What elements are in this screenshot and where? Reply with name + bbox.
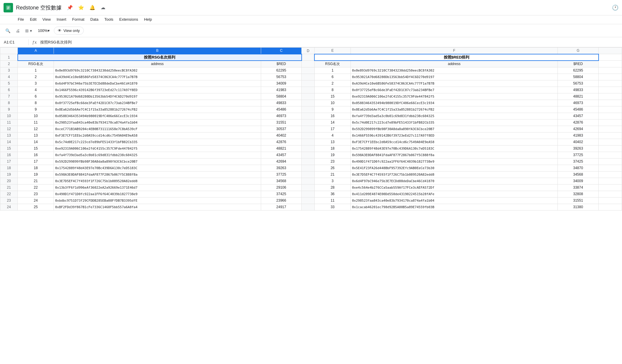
sub-header-cell: $RED (558, 61, 599, 67)
menu-extensions[interactable]: Extensions (117, 16, 141, 22)
sub-header-cell (599, 61, 622, 67)
left-red-cell: 39263 (261, 165, 302, 171)
right-address-cell: 0xfa4f739d3ad5a3c0b01c69d831fdbb238c6043… (351, 113, 557, 119)
menu-edit[interactable]: Edit (28, 16, 39, 22)
left-rank-cell: 19 (18, 171, 54, 178)
left-address-cell: 0xF3E7CFf1EEbc2d0A59ccd14cd6c7549A04E9eA… (54, 132, 261, 139)
left-red-cell: 45486 (261, 106, 302, 113)
left-address-cell: 0x05883464353494b980019DfC406e66CecE3c19… (54, 113, 261, 119)
right-rank-cell: 2 (314, 80, 351, 87)
right-rank-cell: 21 (314, 171, 351, 178)
right-red-cell: 34009 (558, 178, 599, 184)
left-rank-cell: 14 (18, 139, 54, 145)
right-rank-cell: 19 (314, 152, 351, 158)
left-rank-cell: 4 (18, 87, 54, 93)
left-rank-cell: 16 (18, 152, 54, 158)
left-address-cell: 0x3E7D5EF4C7f4593f1F726C75b1b089520A82ed… (54, 178, 261, 184)
left-rank-cell: 12 (18, 126, 54, 132)
table-row: 310x0e893d9769c3210C73843230dd250eecBC8f… (0, 67, 622, 74)
right-rank-cell: 4 (314, 132, 351, 139)
right-rank-cell: 10 (314, 100, 351, 106)
formula-divider (28, 39, 29, 45)
right-red-cell: 56753 (558, 80, 599, 87)
col-header-c[interactable]: C (261, 48, 302, 54)
col-header-e[interactable]: E (314, 48, 351, 54)
menu-help[interactable]: Help (142, 16, 154, 22)
left-rank-cell: 9 (18, 106, 54, 113)
table-row: 16160xfa4f739d3ad5a3c0b01c69d831fdbb238c… (0, 152, 622, 158)
menu-tools[interactable]: Tools (102, 16, 115, 22)
right-rank-cell: 36 (314, 191, 351, 197)
right-address-cell: 0x17542889f48d43E97e70Bc439D6A130c7eD518… (351, 145, 557, 152)
left-address-cell: 0xfa4f739d3ad5a3c0b01c69d831fdbb238c6043… (54, 152, 261, 158)
right-address-cell: 0xF3E7CFf1EEbc2d0A59ccd14cd6c7549A04E9eA… (351, 139, 557, 145)
right-rank-cell: 9 (314, 106, 351, 113)
left-red-cell: 42876 (261, 139, 302, 145)
menu-file[interactable]: File (15, 16, 26, 22)
right-rank-cell: 33 (314, 204, 351, 210)
right-red-cell: 32808 (558, 191, 599, 197)
folder-icon[interactable]: 🔔 (88, 4, 97, 11)
view-only-label: View only (63, 28, 80, 33)
spreadsheet[interactable]: A B C D E F G 1按照RSG名次排列按照$RED排列2RSG名次ad… (0, 47, 622, 363)
col-header-b[interactable]: B (54, 48, 261, 54)
left-red-cell: 34568 (261, 178, 302, 184)
history-button[interactable]: 🕐 (612, 4, 618, 11)
left-red-cell: 40402 (261, 132, 302, 139)
left-rank-cell: 6 (18, 93, 54, 100)
right-red-cell: 49833 (558, 87, 599, 93)
right-rank-cell: 18 (314, 145, 351, 152)
right-red-cell: 39263 (558, 145, 599, 152)
right-address-cell: 0x411d209E4874E00Dd550de43190224515b28fA… (351, 191, 557, 197)
left-rank-cell: 24 (18, 197, 54, 204)
table-row: 1按照RSG名次排列按照$RED排列 (0, 54, 622, 61)
col-header-g[interactable]: G (558, 48, 599, 54)
col-header-d[interactable]: D (302, 48, 314, 54)
right-red-cell: 42876 (558, 119, 599, 126)
col-header-f[interactable]: F (351, 48, 557, 54)
right-address-cell: 0x298523faa843ca40e83b7934170ca874a4fa1b… (351, 197, 557, 204)
right-rank-cell: 17 (314, 126, 351, 132)
right-red-cell: 40402 (558, 139, 599, 145)
cell-reference[interactable]: A1:C1 (2, 39, 26, 45)
left-red-cell: 37725 (261, 171, 302, 178)
table-row: 880x0f37725eFBc66de3FaEf42D1C07c73ab234B… (0, 100, 622, 106)
right-rank-cell: 13 (314, 139, 351, 145)
left-red-cell: 31551 (261, 119, 302, 126)
view-only-button[interactable]: 👁 View only (54, 27, 83, 35)
left-red-cell: 56753 (261, 74, 302, 80)
left-rank-cell: 13 (18, 132, 54, 139)
left-rank-cell: 3 (18, 80, 54, 87)
right-red-cell: 46973 (558, 100, 599, 106)
table-row: 760x953021A70d68280Db13563bb54Df4C6D270d… (0, 93, 622, 100)
formula-icon: ƒx (32, 40, 37, 45)
menu-view[interactable]: View (40, 16, 53, 22)
left-rank-cell: 18 (18, 165, 54, 171)
table-row: 13130xF3E7CFf1EEbc2d0A59ccd14cd6c7549A04… (0, 132, 622, 139)
right-red-cell: 58804 (558, 74, 599, 80)
right-address-cell: 0x8Ea62d5b6Ae7C4C1f15a33a852881b272674cF… (351, 106, 557, 113)
cloud-icon[interactable]: ☁ (99, 4, 107, 11)
col-header-a[interactable]: A (18, 48, 54, 54)
menu-insert[interactable]: Insert (54, 16, 69, 22)
menu-format[interactable]: Format (70, 16, 87, 22)
table-row: 10100x05883464353494b980019DfC406e66CecE… (0, 113, 622, 119)
right-red-cell: 48821 (558, 93, 599, 100)
pin-icon[interactable]: 📌 (66, 4, 74, 11)
grid-button[interactable]: ⊞ ▾ (23, 27, 34, 34)
zoom-selector[interactable]: 100% ▾ (36, 27, 52, 34)
star-icon[interactable]: ⭐ (77, 4, 85, 11)
left-red-cell: 34009 (261, 80, 302, 87)
menu-data[interactable]: Data (88, 16, 101, 22)
right-red-cell: 62295 (558, 67, 599, 74)
left-rank-cell: 22 (18, 184, 54, 191)
right-red-cell: 34568 (558, 171, 599, 178)
table-row: 530x6d4F97bC946e75b3E7ECDd88deDaCbe46Cd4… (0, 80, 622, 87)
left-address-cell: 0xbdbc9751D73f29CFDDB285EBa08FfDB7B3395d… (54, 197, 261, 204)
right-rank-cell: 14 (314, 119, 351, 126)
left-address-cell: 0x0f37725eFBc66de3FaEf42D1C07c73ab234BFB… (54, 100, 261, 106)
table-row: 21220x13b3fF6f1d996eAf36022eA2a92669e137… (0, 184, 622, 191)
right-red-cell: 37725 (558, 152, 599, 158)
search-button[interactable]: 🔍 (4, 27, 12, 34)
print-button[interactable]: 🖨 (14, 27, 22, 34)
